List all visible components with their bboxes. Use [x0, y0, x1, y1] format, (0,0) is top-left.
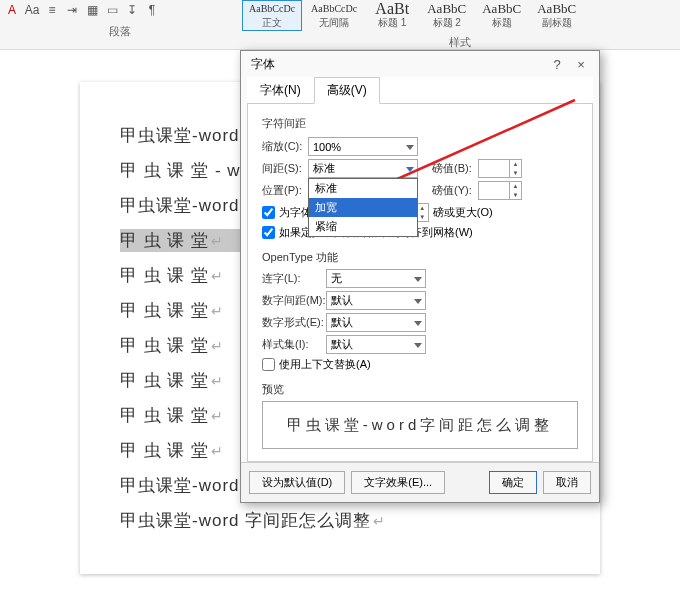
dialog-titlebar[interactable]: 字体 ? × [241, 51, 599, 77]
paragraph-mark-icon[interactable]: ¶ [144, 2, 160, 18]
scale-label: 缩放(C): [262, 139, 308, 154]
style-标题 1[interactable]: AaBt标题 1 [366, 0, 418, 31]
ribbon-paragraph-group: A Aa ≡ ⇥ ▦ ▭ ↧ ¶ 段落 [0, 0, 240, 49]
indent-icon[interactable]: ⇥ [64, 2, 80, 18]
style-正文[interactable]: AaBbCcDc正文 [242, 0, 302, 31]
style-标题[interactable]: AaBbC标题 [475, 0, 528, 31]
shading-icon[interactable]: ▦ [84, 2, 100, 18]
spin-up-icon[interactable]: ▲ [510, 182, 521, 191]
spacing-by-input[interactable] [479, 160, 509, 177]
grid-checkbox[interactable] [262, 226, 275, 239]
dialog-close-button[interactable]: × [569, 57, 593, 72]
tab-advanced[interactable]: 高级(V) [314, 77, 380, 104]
numforms-label: 数字形式(E): [262, 315, 326, 330]
stylistic-combo[interactable]: 默认 [326, 335, 426, 354]
spin-up-icon[interactable]: ▲ [510, 160, 521, 169]
spacing-option-expanded[interactable]: 加宽 [309, 198, 417, 217]
kerning-checkbox[interactable] [262, 206, 275, 219]
stylistic-label: 样式集(I): [262, 337, 326, 352]
styles-group-label: 样式 [240, 35, 680, 50]
position-by-spinner[interactable]: ▲▼ [478, 181, 522, 200]
by-label-y: 磅值(Y): [432, 183, 478, 198]
tab-font[interactable]: 字体(N) [247, 77, 314, 104]
style-副标题[interactable]: AaBbC副标题 [530, 0, 583, 31]
dialog-tabs: 字体(N) 高级(V) [247, 77, 593, 104]
context-checkbox[interactable] [262, 358, 275, 371]
format-icon[interactable]: Aa [24, 2, 40, 18]
spin-down-icon[interactable]: ▼ [510, 169, 521, 178]
spacing-combo[interactable]: 标准 [308, 159, 418, 178]
numspacing-combo[interactable]: 默认 [326, 291, 426, 310]
position-label: 位置(P): [262, 183, 308, 198]
dialog-buttons: 设为默认值(D) 文字效果(E)... 确定 取消 [241, 462, 599, 502]
preview-text: 甲虫课堂-word字间距怎么调整 [287, 416, 554, 435]
dialog-title: 字体 [251, 56, 275, 73]
font-color-icon[interactable]: A [4, 2, 20, 18]
numforms-combo[interactable]: 默认 [326, 313, 426, 332]
spin-down-icon[interactable]: ▼ [510, 191, 521, 200]
ribbon-styles-group: AaBbCcDc正文AaBbCcDc无间隔AaBt标题 1AaBbC标题 2Aa… [240, 0, 680, 49]
spacing-by-spinner[interactable]: ▲▼ [478, 159, 522, 178]
spacing-option-condensed[interactable]: 紧缩 [309, 217, 417, 236]
ok-button[interactable]: 确定 [489, 471, 537, 494]
spacing-option-normal[interactable]: 标准 [309, 179, 417, 198]
border-icon[interactable]: ▭ [104, 2, 120, 18]
dialog-help-button[interactable]: ? [545, 57, 569, 72]
spacing-label: 间距(S): [262, 161, 308, 176]
style-标题 2[interactable]: AaBbC标题 2 [420, 0, 473, 31]
text-effects-button[interactable]: 文字效果(E)... [351, 471, 445, 494]
bullet-icon[interactable]: ≡ [44, 2, 60, 18]
kerning-unit: 磅或更大(O) [433, 205, 493, 220]
document-line[interactable]: 甲虫课堂-word 字间距怎么调整 [120, 509, 560, 532]
preview-label: 预览 [262, 382, 578, 397]
sort-icon[interactable]: ↧ [124, 2, 140, 18]
cancel-button[interactable]: 取消 [543, 471, 591, 494]
spacing-dropdown: 标准 加宽 紧缩 [308, 178, 418, 237]
ligatures-combo[interactable]: 无 [326, 269, 426, 288]
style-无间隔[interactable]: AaBbCcDc无间隔 [304, 0, 364, 31]
by-label-b: 磅值(B): [432, 161, 478, 176]
scale-combo[interactable]: 100% [308, 137, 418, 156]
opentype-label: OpenType 功能 [262, 250, 578, 265]
set-default-button[interactable]: 设为默认值(D) [249, 471, 345, 494]
context-label: 使用上下文替换(A) [279, 357, 371, 372]
font-dialog: 字体 ? × 字体(N) 高级(V) 字符间距 缩放(C): 100% 间距(S… [240, 50, 600, 503]
dialog-body: 字符间距 缩放(C): 100% 间距(S): 标准 磅值(B): ▲▼ 标准 … [247, 104, 593, 462]
ribbon: A Aa ≡ ⇥ ▦ ▭ ↧ ¶ 段落 AaBbCcDc正文AaBbCcDc无间… [0, 0, 680, 50]
char-spacing-label: 字符间距 [262, 116, 578, 131]
preview-box: 甲虫课堂-word字间距怎么调整 [262, 401, 578, 449]
paragraph-group-label: 段落 [0, 24, 240, 39]
numspacing-label: 数字间距(M): [262, 293, 326, 308]
position-by-input[interactable] [479, 182, 509, 199]
ligatures-label: 连字(L): [262, 271, 326, 286]
